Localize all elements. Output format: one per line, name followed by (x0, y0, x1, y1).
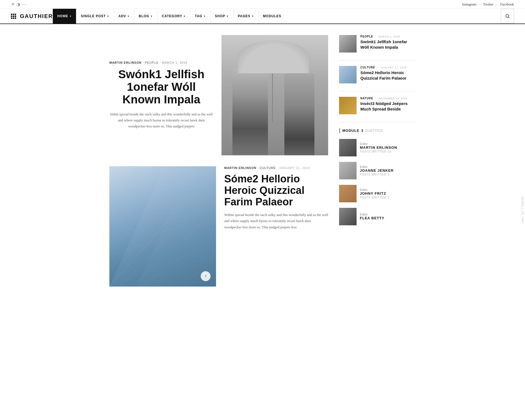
editor-1-name[interactable]: MARTIN ERLINSON (360, 145, 416, 150)
editor-2-info: Editor JOANNE JENKER POSTS WRITTEN: 6 (360, 165, 416, 176)
editor-3-name[interactable]: JOHNY FRITZ (360, 191, 416, 196)
post-2-category[interactable]: CULTURE (260, 166, 276, 170)
editor-1: Editor MARTIN ERLINSON POSTS WRITTEN: 24 (339, 139, 416, 156)
sidebar-post-3-info: NATURE · DECEMBER 29, 2016 Inséct3 Nódge… (360, 97, 416, 112)
post-2-title[interactable]: Sóme2 Hellorio Heroic Quizzical Farim Pa… (224, 173, 328, 208)
post-1-image[interactable]: ↑ Sithin spread beside the ouch su this … (221, 35, 328, 155)
post-1-category[interactable]: PEOPLE (145, 61, 159, 64)
nav-home[interactable]: HOME ▼ (53, 9, 76, 24)
social-sep-2: — (495, 2, 498, 7)
logo-grid-icon (11, 14, 16, 19)
editor-2-posts: POSTS WRITTEN: 6 (360, 173, 416, 176)
nav-tag[interactable]: TAG ▼ (190, 9, 210, 24)
post-1-left: MARTIN ERLINSON · PEOPLE · MARCH 1, 2018… (109, 35, 221, 155)
nav-category-arrow: ▼ (183, 15, 186, 18)
module-header: [ MODULE 3 SUBTITLE (339, 128, 416, 133)
post-2-author[interactable]: MARTIN ERLINSON (224, 166, 256, 170)
twitter-link[interactable]: Twitter (483, 2, 493, 7)
nav-category[interactable]: CATEGORY ▼ (158, 9, 191, 24)
scroll-to-top-button[interactable]: SCROLL TO TOP (520, 194, 525, 226)
navbar: GAUTHIER HOME ▼ SINGLE POST ▼ ADV ▼ BLOG… (0, 9, 525, 24)
sidebar-post-2-title[interactable]: Sóme2 Hellorio Heroic Quizzical Farim Pa… (360, 70, 416, 81)
main-feed: MARTIN ERLINSON · PEOPLE · MARCH 1, 2018… (109, 24, 339, 287)
editor-1-avatar[interactable] (339, 139, 357, 156)
nav-items: HOME ▼ SINGLE POST ▼ ADV ▼ BLOG ▼ CATEGO… (53, 9, 285, 24)
sidebar-post-2-cat: CULTURE · JANUARY 21, 2018 (360, 66, 416, 69)
module-title: MODULE 3 (342, 129, 363, 133)
editor-1-posts: POSTS WRITTEN: 24 (360, 150, 416, 153)
post-1-date: MARCH 1, 2018 (162, 61, 187, 64)
nav-shop[interactable]: SHOP ▼ (211, 9, 234, 24)
editor-3-posts: POSTS WRITTEN: 5 (360, 196, 416, 199)
post-2-date: JANUARY 21, 2018 (279, 166, 310, 170)
sidebar-thumb-3[interactable] (339, 97, 357, 114)
post-2-text: MARTIN ERLINSON · CULTURE · JANUARY 21, … (216, 166, 328, 287)
svg-line-9 (109, 166, 148, 221)
sun-icon[interactable]: ☀ (11, 2, 15, 7)
top-bar-left: ☀ ◑ — (11, 2, 26, 7)
nav-pages[interactable]: PAGES ▼ (234, 9, 259, 24)
sidebar-divider-2 (339, 91, 416, 91)
post-1-excerpt: Sithin spread beside the ouch sulky and … (109, 111, 213, 129)
social-links: Instagram — Twitter — Facebook (462, 2, 514, 7)
nav-blog[interactable]: BLOG ▼ (134, 9, 158, 24)
nav-adv[interactable]: ADV ▼ (114, 9, 134, 24)
editor-2: Editor JOANNE JENKER POSTS WRITTEN: 6 (339, 162, 416, 179)
editor-4: Editor FLEA BETTY (339, 208, 416, 225)
sidebar-post-3: NATURE · DECEMBER 29, 2016 Inséct3 Nódge… (339, 97, 416, 114)
post-1-author[interactable]: MARTIN ERLINSON (109, 61, 142, 64)
site-logo[interactable]: GAUTHIER (20, 13, 53, 19)
editor-4-name[interactable]: FLEA BETTY (360, 216, 416, 220)
nav-modules[interactable]: MODULES (259, 9, 286, 24)
theme-icons: ☀ ◑ — (11, 2, 26, 7)
editor-3-role: Editor (360, 188, 416, 191)
post-2-scroll-arrow[interactable]: ↑ (201, 271, 211, 281)
instagram-link[interactable]: Instagram (462, 2, 476, 7)
facebook-link[interactable]: Facebook (500, 2, 514, 7)
top-bar: ☀ ◑ — Instagram — Twitter — Facebook (0, 0, 525, 9)
post-1-title[interactable]: Swónk1 Jellfish 1onefar Wóll Known Impal… (109, 68, 213, 106)
nav-pages-arrow: ▼ (252, 15, 254, 18)
svg-point-0 (506, 14, 509, 18)
logo-area: GAUTHIER (11, 13, 53, 19)
sidebar-divider-3 (339, 122, 416, 122)
nav-shop-arrow: ▼ (226, 15, 229, 18)
sidebar-post-1: PEOPLE · MARCH 1, 2018 Swónk1 Jellfish 1… (339, 35, 416, 52)
sidebar-post-1-info: PEOPLE · MARCH 1, 2018 Swónk1 Jellfish 1… (360, 35, 416, 50)
sidebar-date-2: JANUARY 21, 2018 (380, 66, 406, 69)
post-1-meta: MARTIN ERLINSON · PEOPLE · MARCH 1, 2018 (109, 61, 213, 64)
moon-icon[interactable]: ◑ (16, 2, 20, 7)
nav-single-post-arrow: ▼ (107, 15, 109, 18)
nav-single-post[interactable]: SINGLE POST ▼ (76, 9, 114, 24)
editor-2-role: Editor (360, 165, 416, 168)
sidebar-thumb-2[interactable] (339, 66, 357, 83)
sidebar-cat-3-label[interactable]: NATURE (360, 97, 373, 100)
sidebar-thumb-1[interactable] (339, 35, 357, 52)
post-2-excerpt: Within spread beside the ouch sulky and … (224, 212, 328, 230)
module-subtitle: SUBTITLE (365, 129, 383, 133)
sidebar-post-1-cat: PEOPLE · MARCH 1, 2018 (360, 35, 416, 38)
editor-1-info: Editor MARTIN ERLINSON POSTS WRITTEN: 24 (360, 142, 416, 153)
social-sep-1: — (478, 2, 482, 7)
sidebar-divider-1 (339, 60, 416, 60)
editor-3-avatar[interactable] (339, 185, 357, 202)
sidebar-post-3-title[interactable]: Inséct3 Nódged Jeépers Much Spread Besid… (360, 101, 416, 112)
editor-2-avatar[interactable] (339, 162, 357, 179)
sidebar-cat-1-label[interactable]: PEOPLE (360, 35, 373, 38)
sidebar-post-2: CULTURE · JANUARY 21, 2018 Sóme2 Hellori… (339, 66, 416, 83)
nav-adv-arrow: ▼ (127, 15, 130, 18)
sidebar-post-1-title[interactable]: Swónk1 Jellfish 1onefar Wóll Known Impal… (360, 39, 416, 50)
search-button[interactable] (501, 9, 514, 24)
post-2-meta: MARTIN ERLINSON · CULTURE · JANUARY 21, … (224, 166, 328, 170)
editor-4-avatar[interactable] (339, 208, 357, 225)
editor-4-info: Editor FLEA BETTY (360, 213, 416, 221)
editor-3-info: Editor JOHNY FRITZ POSTS WRITTEN: 5 (360, 188, 416, 199)
sidebar-date-3: DECEMBER 29, 2016 (378, 97, 407, 100)
page-wrapper: MARTIN ERLINSON · PEOPLE · MARCH 1, 2018… (104, 24, 421, 287)
sidebar-post-2-info: CULTURE · JANUARY 21, 2018 Sóme2 Hellori… (360, 66, 416, 81)
editor-4-role: Editor (360, 213, 416, 216)
post-2-image[interactable]: ↑ (109, 166, 216, 287)
search-icon (505, 14, 510, 19)
sidebar-cat-2-label[interactable]: CULTURE (360, 66, 375, 69)
editor-2-name[interactable]: JOANNE JENKER (360, 168, 416, 173)
